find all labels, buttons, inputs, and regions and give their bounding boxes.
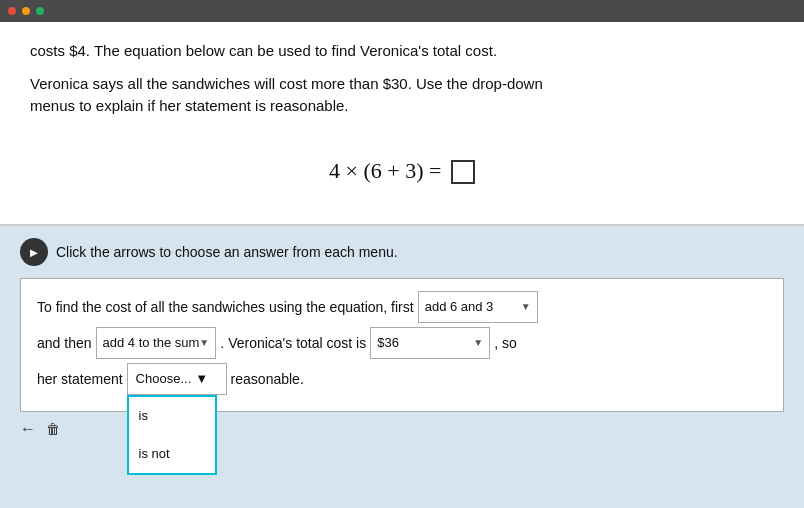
dropdown-second-action[interactable]: add 4 to the sum ▼ xyxy=(96,327,217,359)
dot-yellow xyxy=(22,7,30,15)
instruction-text: Click the arrows to choose an answer fro… xyxy=(56,244,398,260)
question-line1: costs $4. The equation below can be used… xyxy=(30,40,774,63)
equation-area: 4 × (6 + 3) = xyxy=(30,128,774,205)
top-bar xyxy=(0,0,804,22)
cost-prefix: Veronica's total cost is xyxy=(228,329,366,357)
dot-green xyxy=(36,7,44,15)
answer-line-2: and then add 4 to the sum ▼ . Veronica's… xyxy=(37,327,767,359)
line3-suffix: reasonable. xyxy=(231,365,304,393)
dropdown-total-cost[interactable]: $36 ▼ xyxy=(370,327,490,359)
dropdown3-arrow: ▼ xyxy=(473,333,483,353)
speaker-icon[interactable]: ► xyxy=(20,238,48,266)
option-is-not[interactable]: is not xyxy=(129,435,215,473)
question-area: costs $4. The equation below can be used… xyxy=(0,22,804,226)
dropdown-first-action[interactable]: add 6 and 3 ▼ xyxy=(418,291,538,323)
equation: 4 × (6 + 3) = xyxy=(329,158,475,185)
audio-instruction: ► Click the arrows to choose an answer f… xyxy=(20,238,784,266)
dropdown4-arrow: ▼ xyxy=(195,366,208,392)
answer-section: ► Click the arrows to choose an answer f… xyxy=(0,226,804,508)
dropdown1-arrow: ▼ xyxy=(521,297,531,317)
back-button[interactable]: ← xyxy=(20,420,36,438)
equation-box xyxy=(451,160,475,184)
option-is[interactable]: is xyxy=(129,397,215,435)
main-content: costs $4. The equation below can be used… xyxy=(0,22,804,508)
answer-line-1: To find the cost of all the sandwiches u… xyxy=(37,291,767,323)
answer-line-3: her statement Choose... ▼ is is not reas… xyxy=(37,363,767,395)
question-line2-3: Veronica says all the sandwiches will co… xyxy=(30,73,774,118)
answer-box: To find the cost of all the sandwiches u… xyxy=(20,278,784,412)
dropdown2-arrow: ▼ xyxy=(199,333,209,353)
line3-prefix: her statement xyxy=(37,365,123,393)
choose-dropdown-container: Choose... ▼ is is not xyxy=(127,363,227,395)
dropdown-menu: is is not xyxy=(127,395,217,475)
line1-prefix: To find the cost of all the sandwiches u… xyxy=(37,293,414,321)
dot-red xyxy=(8,7,16,15)
trash-button[interactable]: 🗑 xyxy=(46,421,60,437)
dropdown-statement[interactable]: Choose... ▼ xyxy=(127,363,227,395)
line2-prefix: and then xyxy=(37,329,92,357)
